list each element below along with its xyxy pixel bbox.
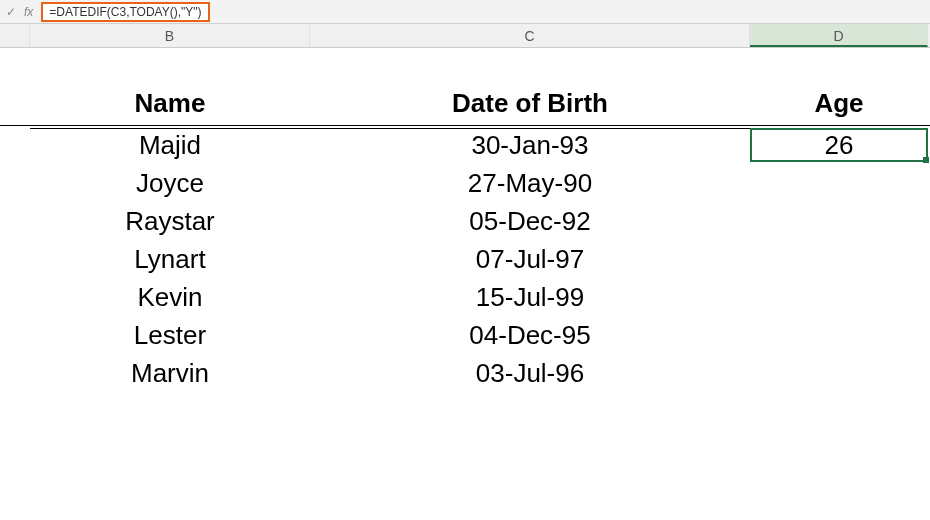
formula-bar: ✓ fx =DATEDIF(C3,TODAY(),"Y") <box>0 0 930 24</box>
fx-label: fx <box>24 5 33 19</box>
col-header-a[interactable] <box>0 24 30 47</box>
table-row: Joyce27-May-90 <box>0 164 930 202</box>
check-icon: ✓ <box>6 5 16 19</box>
table-row: Majid30-Jan-9326 <box>0 126 930 164</box>
cell-dob[interactable]: 03-Jul-96 <box>310 358 750 389</box>
table-row: Lynart07-Jul-97 <box>0 240 930 278</box>
spreadsheet-grid: Name Date of Birth Age Majid30-Jan-9326J… <box>0 48 930 392</box>
header-age[interactable]: Age <box>750 88 928 119</box>
cell-dob[interactable]: 15-Jul-99 <box>310 282 750 313</box>
cell-dob[interactable]: 30-Jan-93 <box>310 130 750 161</box>
col-header-b[interactable]: B <box>30 24 310 47</box>
cell-name[interactable]: Raystar <box>30 206 310 237</box>
col-header-d[interactable]: D <box>750 24 928 47</box>
cell-dob[interactable]: 05-Dec-92 <box>310 206 750 237</box>
table-row: Marvin03-Jul-96 <box>0 354 930 392</box>
header-name[interactable]: Name <box>30 88 310 119</box>
cell-name[interactable]: Kevin <box>30 282 310 313</box>
formula-input[interactable]: =DATEDIF(C3,TODAY(),"Y") <box>41 2 209 22</box>
cell-dob[interactable]: 27-May-90 <box>310 168 750 199</box>
table-row: Kevin15-Jul-99 <box>0 278 930 316</box>
column-headers: B C D <box>0 24 930 48</box>
table-row: Raystar05-Dec-92 <box>0 202 930 240</box>
cell-dob[interactable]: 07-Jul-97 <box>310 244 750 275</box>
cell-name[interactable]: Lester <box>30 320 310 351</box>
cell-name[interactable]: Joyce <box>30 168 310 199</box>
cell-age[interactable]: 26 <box>750 128 928 162</box>
header-dob[interactable]: Date of Birth <box>310 88 750 119</box>
table-row: Lester04-Dec-95 <box>0 316 930 354</box>
cell-name[interactable]: Lynart <box>30 244 310 275</box>
col-header-c[interactable]: C <box>310 24 750 47</box>
table-header-row: Name Date of Birth Age <box>0 88 930 126</box>
cell-dob[interactable]: 04-Dec-95 <box>310 320 750 351</box>
cell-name[interactable]: Majid <box>30 130 310 161</box>
cell-name[interactable]: Marvin <box>30 358 310 389</box>
